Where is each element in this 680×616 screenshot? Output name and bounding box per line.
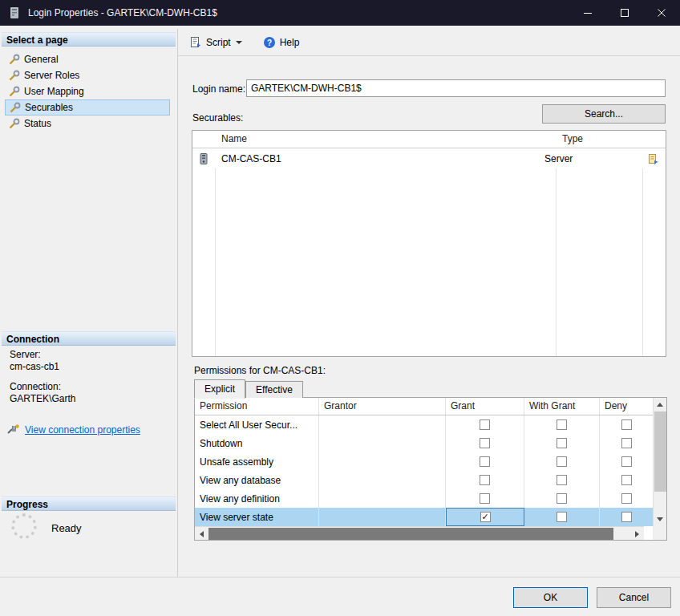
login-properties-dialog: Login Properties - GARTEK\CM-DWH-CB1$ Se…: [0, 0, 680, 616]
sidebar-item-status[interactable]: Status: [5, 116, 170, 132]
row-action[interactable]: [642, 152, 666, 165]
select-a-page-header: Select a page: [2, 32, 176, 47]
scroll-up-button[interactable]: [653, 398, 666, 411]
script-button[interactable]: Script: [184, 33, 247, 52]
with-grant-checkbox[interactable]: [557, 512, 567, 522]
login-name-label: Login name:: [192, 83, 245, 95]
scroll-left-icon: [200, 531, 204, 537]
grant-checkbox[interactable]: [480, 456, 490, 467]
column-header-grantor: Grantor: [319, 398, 446, 415]
with-grant-checkbox[interactable]: [557, 475, 567, 485]
tab-effective[interactable]: Effective: [245, 381, 303, 398]
sidebar-item-general[interactable]: General: [5, 51, 170, 67]
maximize-button[interactable]: [606, 0, 643, 26]
spinner-icon: [11, 513, 37, 539]
grant-checkbox[interactable]: [480, 438, 490, 448]
wrench-icon: [8, 54, 20, 66]
sidebar-item-label: Status: [24, 118, 51, 129]
scroll-down-button[interactable]: [653, 513, 666, 526]
search-button[interactable]: Search...: [542, 104, 666, 124]
grant-checkbox[interactable]: [480, 419, 490, 430]
script-dropdown-icon[interactable]: [236, 41, 242, 44]
with-grant-checkbox[interactable]: [557, 456, 567, 467]
table-row[interactable]: Shutdown: [195, 434, 653, 452]
deny-checkbox[interactable]: [621, 419, 632, 430]
connection-icon: [6, 424, 20, 436]
sidebar-item-label: User Mapping: [24, 86, 84, 97]
grantor-cell: [319, 508, 446, 526]
type-column-header: Type: [556, 131, 642, 148]
grantor-cell: [319, 489, 446, 508]
sidebar-item-label: Securables: [25, 102, 73, 113]
table-row[interactable]: CM-CAS-CB1Server: [192, 148, 666, 168]
icon-column-header: [192, 131, 215, 148]
permission-cell: View server state: [195, 508, 319, 526]
permissions-header: PermissionGrantorGrantWith GrantDeny: [195, 398, 653, 415]
table-row[interactable]: Unsafe assembly: [195, 452, 653, 471]
server-value: cm-cas-cb1: [10, 361, 59, 372]
help-label: Help: [280, 37, 300, 48]
grantor-cell: [319, 452, 446, 471]
scroll-right-button[interactable]: [630, 527, 644, 541]
ok-button[interactable]: OK: [513, 587, 588, 608]
sidebar-item-server-roles[interactable]: Server Roles: [5, 67, 170, 83]
cancel-button[interactable]: Cancel: [597, 587, 671, 608]
help-button[interactable]: ? Help: [258, 33, 305, 52]
svg-text:?: ?: [267, 38, 272, 47]
with-grant-checkbox-cell: [524, 415, 600, 434]
sidebar-item-user-mapping[interactable]: User Mapping: [5, 83, 170, 99]
view-connection-properties[interactable]: View connection properties: [6, 424, 140, 436]
deny-checkbox[interactable]: [621, 475, 632, 485]
wrench-icon: [9, 102, 21, 114]
table-row[interactable]: Select All User Secur...: [195, 415, 653, 434]
connection-value: GARTEK\Garth: [10, 393, 75, 404]
with-grant-checkbox[interactable]: [557, 438, 567, 448]
with-grant-checkbox[interactable]: [557, 419, 567, 430]
scroll-left-button[interactable]: [195, 527, 208, 541]
vertical-scrollbar[interactable]: [653, 398, 666, 526]
sidebar-item-securables[interactable]: Securables: [5, 99, 170, 116]
deny-checkbox[interactable]: [621, 493, 632, 504]
with-grant-checkbox[interactable]: [557, 493, 567, 504]
table-row[interactable]: View server state: [195, 508, 653, 526]
permissions-grid: PermissionGrantorGrantWith GrantDeny Sel…: [194, 397, 667, 541]
with-grant-checkbox-cell: [524, 452, 600, 471]
deny-checkbox-cell: [600, 415, 653, 434]
deny-checkbox[interactable]: [621, 512, 632, 522]
deny-checkbox[interactable]: [621, 456, 632, 467]
window-title: Login Properties - GARTEK\CM-DWH-CB1$: [28, 7, 217, 18]
close-button[interactable]: [643, 0, 680, 26]
grantor-cell: [319, 415, 446, 434]
grant-checkbox-cell: [446, 508, 524, 526]
scrollbar-corner: [653, 526, 666, 540]
grant-checkbox-cell: [446, 415, 524, 434]
grantor-cell: [319, 434, 446, 452]
sidebar: Select a page GeneralServer RolesUser Ma…: [2, 32, 176, 577]
grant-checkbox[interactable]: [480, 475, 490, 485]
grant-checkbox[interactable]: [480, 512, 491, 522]
view-connection-properties-link[interactable]: View connection properties: [25, 424, 140, 436]
permission-cell: View any definition: [195, 489, 319, 508]
minimize-button[interactable]: [569, 0, 606, 26]
horizontal-scroll-thumb[interactable]: [208, 528, 613, 540]
effective-permissions-icon: [647, 152, 660, 165]
horizontal-scrollbar[interactable]: [195, 526, 644, 540]
deny-checkbox-cell: [600, 508, 653, 526]
deny-checkbox-cell: [600, 471, 653, 489]
deny-checkbox[interactable]: [621, 438, 632, 448]
connection-header: Connection: [2, 331, 176, 346]
login-name-input[interactable]: [246, 79, 666, 97]
permissions-tabs: ExplicitEffective: [194, 379, 303, 398]
securable-type-cell: Server: [538, 153, 642, 164]
server-label: Server:: [10, 349, 41, 360]
vertical-scroll-thumb[interactable]: [654, 411, 666, 492]
table-row[interactable]: View any database: [195, 471, 653, 489]
permissions-rows: Select All User Secur...ShutdownUnsafe a…: [195, 415, 653, 526]
script-label: Script: [206, 37, 231, 48]
close-icon: [658, 9, 666, 17]
minimize-icon: [584, 13, 592, 14]
grant-checkbox[interactable]: [480, 493, 490, 504]
securables-grid: Name Type CM-CAS-CB1Server: [192, 130, 666, 357]
table-row[interactable]: View any definition: [195, 489, 653, 508]
tab-explicit[interactable]: Explicit: [194, 379, 245, 399]
